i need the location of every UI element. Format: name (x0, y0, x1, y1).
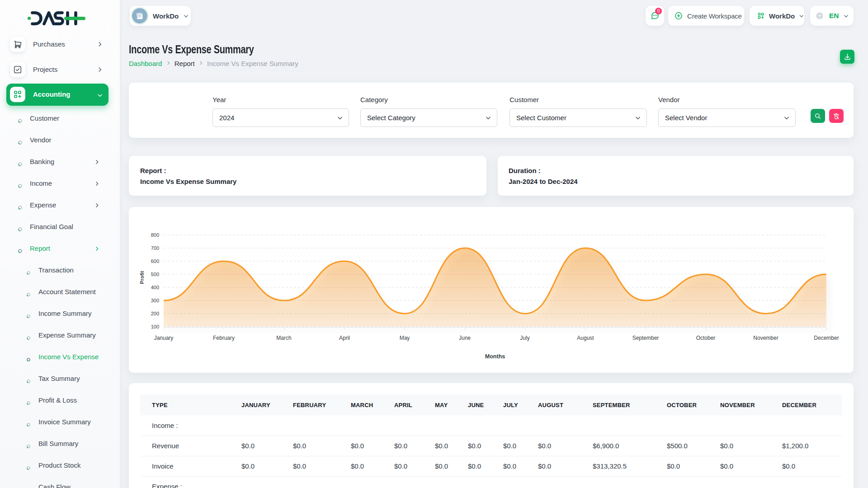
svg-text:June: June (459, 335, 471, 341)
svg-text:600: 600 (151, 258, 159, 264)
svg-text:December: December (814, 335, 839, 341)
svg-text:August: August (577, 335, 594, 341)
svg-text:January: January (154, 335, 174, 341)
svg-text:September: September (632, 335, 659, 341)
svg-text:October: October (696, 335, 716, 341)
svg-text:July: July (520, 335, 529, 341)
svg-text:400: 400 (151, 285, 159, 290)
svg-text:May: May (400, 335, 410, 341)
svg-text:700: 700 (151, 245, 159, 251)
svg-text:500: 500 (151, 272, 159, 277)
svg-text:800: 800 (151, 232, 159, 238)
svg-text:February: February (213, 335, 235, 341)
svg-text:November: November (753, 335, 778, 341)
svg-text:Profit: Profit (139, 271, 145, 284)
svg-text:April: April (339, 335, 350, 341)
svg-text:300: 300 (151, 298, 159, 303)
svg-text:Months: Months (485, 353, 505, 360)
svg-text:March: March (276, 335, 291, 341)
svg-text:200: 200 (151, 311, 159, 316)
svg-text:100: 100 (151, 324, 159, 329)
